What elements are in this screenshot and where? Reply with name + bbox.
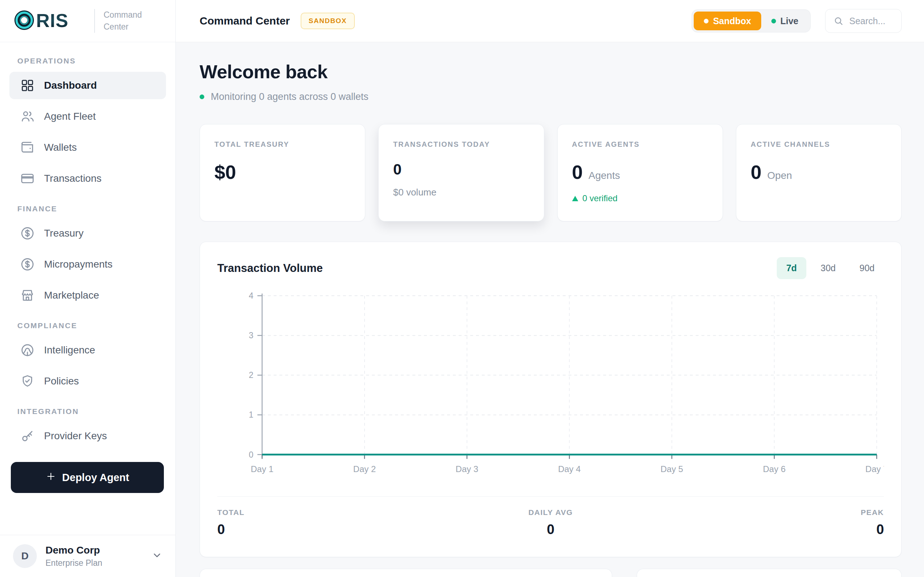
- welcome-status: Monitoring 0 agents across 0 wallets: [200, 91, 901, 102]
- sidebar-item-provider-keys[interactable]: Provider Keys: [10, 422, 166, 450]
- sidebar-item-policies[interactable]: Policies: [10, 367, 166, 395]
- stat-value: 0: [393, 161, 401, 178]
- env-option-label: Live: [780, 16, 798, 26]
- wallet-icon: [20, 140, 35, 155]
- svg-text:Day 3: Day 3: [456, 464, 478, 474]
- svg-text:Day 2: Day 2: [353, 464, 376, 474]
- stat-label: ACTIVE CHANNELS: [751, 140, 887, 148]
- nav-section-integration: INTEGRATIONProvider Keys: [10, 407, 166, 450]
- svg-text:Day 7: Day 7: [866, 464, 884, 474]
- svg-text:0: 0: [249, 450, 254, 459]
- sidebar-item-micropayments[interactable]: Micropayments: [10, 251, 166, 278]
- stat-card-transactions-today: TRANSACTIONS TODAY0$0 volume: [378, 124, 544, 221]
- chart-head: Transaction Volume 7d30d90d: [217, 257, 884, 279]
- chart-footer-peak: PEAK0: [662, 508, 884, 557]
- sidebar-item-label: Intelligence: [44, 344, 95, 356]
- plus-icon: [45, 471, 56, 484]
- logo-block: RIS Command Center: [0, 0, 175, 42]
- chart-footer-label: TOTAL: [217, 508, 439, 517]
- nav-section-label: INTEGRATION: [17, 407, 166, 416]
- deploy-agent-label: Deploy Agent: [62, 472, 129, 484]
- chart-footer-value: 0: [439, 522, 662, 537]
- sidebar-item-transactions[interactable]: Transactions: [10, 165, 166, 192]
- chart-svg: 01234Day 1Day 2Day 3Day 4Day 5Day 6Day 7: [217, 285, 884, 481]
- env-option-sandbox[interactable]: Sandbox: [694, 11, 761, 30]
- nav-section-label: FINANCE: [17, 205, 166, 213]
- chart-footer-label: DAILY AVG: [439, 508, 662, 517]
- range-tab-90d[interactable]: 90d: [850, 257, 884, 279]
- nav-section-label: OPERATIONS: [17, 56, 166, 65]
- dollar-circle-icon: [20, 257, 35, 272]
- oris-logo: RIS: [13, 8, 87, 34]
- stat-label: TRANSACTIONS TODAY: [393, 140, 529, 148]
- svg-text:4: 4: [249, 291, 254, 300]
- svg-text:3: 3: [249, 331, 254, 340]
- search-icon: [834, 16, 843, 26]
- stat-subtext: $0 volume: [393, 187, 529, 198]
- chart-footer-value: 0: [217, 522, 439, 537]
- account-text: Demo Corp Enterprise Plan: [45, 545, 152, 568]
- app-root: RIS Command Center OPERATIONSDashboardAg…: [0, 0, 924, 577]
- sidebar-item-wallets[interactable]: Wallets: [10, 134, 166, 161]
- account-switcher[interactable]: D Demo Corp Enterprise Plan: [0, 535, 175, 577]
- stat-suffix: Open: [767, 170, 792, 181]
- chart-footer-value: 0: [662, 522, 884, 537]
- range-tab-7d[interactable]: 7d: [777, 257, 806, 279]
- svg-text:2: 2: [249, 371, 254, 380]
- range-tabs: 7d30d90d: [777, 257, 884, 279]
- search-box[interactable]: [825, 9, 901, 33]
- sidebar-item-intelligence[interactable]: Intelligence: [10, 337, 166, 364]
- stat-value: 0: [751, 161, 762, 183]
- search-input[interactable]: [849, 16, 893, 26]
- sidebar-item-label: Marketplace: [44, 290, 99, 301]
- deploy-agent-button[interactable]: Deploy Agent: [11, 462, 164, 493]
- stat-card-active-agents: ACTIVE AGENTS0Agents0 verified: [557, 124, 723, 221]
- sidebar-item-dashboard[interactable]: Dashboard: [10, 72, 166, 99]
- sidebar-item-agent-fleet[interactable]: Agent Fleet: [10, 103, 166, 130]
- key-icon: [20, 429, 35, 443]
- sidebar-item-label: Treasury: [44, 227, 83, 239]
- stat-label: TOTAL TREASURY: [215, 140, 351, 148]
- sandbox-badge: SANDBOX: [300, 13, 355, 29]
- nav-section-compliance: COMPLIANCEIntelligencePolicies: [10, 321, 166, 395]
- partial-card-left: [200, 569, 612, 577]
- stat-label: ACTIVE AGENTS: [572, 140, 708, 148]
- account-name: Demo Corp: [45, 545, 152, 556]
- range-tab-30d[interactable]: 30d: [811, 257, 845, 279]
- stat-value: $0: [215, 161, 236, 183]
- chevron-down-icon[interactable]: [152, 550, 162, 562]
- stat-delta: 0 verified: [572, 193, 708, 203]
- env-dot-icon: [704, 19, 709, 23]
- below-fold-cards: [200, 569, 901, 577]
- chart-footer-daily-avg: DAILY AVG0: [439, 508, 662, 557]
- environment-toggle: SandboxLive: [691, 10, 811, 32]
- env-option-label: Sandbox: [713, 16, 751, 26]
- svg-text:Day 6: Day 6: [763, 464, 786, 474]
- dollar-circle-icon: [20, 226, 35, 240]
- svg-text:1: 1: [249, 410, 254, 419]
- sidebar-item-label: Micropayments: [44, 259, 113, 270]
- sidebar-item-label: Wallets: [44, 142, 77, 153]
- sidebar-item-label: Provider Keys: [44, 430, 107, 442]
- logo-subtitle: Command Center: [94, 9, 142, 33]
- sidebar: RIS Command Center OPERATIONSDashboardAg…: [0, 0, 176, 577]
- stat-value-row: 0Open: [751, 161, 887, 183]
- env-option-live[interactable]: Live: [761, 11, 809, 30]
- nav-section-finance: FINANCETreasuryMicropaymentsMarketplace: [10, 205, 166, 309]
- sidebar-item-label: Dashboard: [44, 80, 97, 91]
- svg-text:Day 1: Day 1: [251, 464, 274, 474]
- env-dot-icon: [771, 19, 776, 23]
- users-icon: [20, 109, 35, 124]
- status-text: Monitoring 0 agents across 0 wallets: [211, 91, 368, 102]
- header-right: SandboxLive: [691, 9, 901, 33]
- chart-title: Transaction Volume: [217, 262, 323, 275]
- main-content: Welcome back Monitoring 0 agents across …: [176, 42, 924, 577]
- credit-card-icon: [20, 171, 35, 186]
- account-plan: Enterprise Plan: [45, 558, 152, 568]
- stat-delta-label: 0 verified: [583, 193, 617, 203]
- sidebar-item-treasury[interactable]: Treasury: [10, 220, 166, 247]
- stat-value-row: 0Agents: [572, 161, 708, 183]
- transaction-volume-card: Transaction Volume 7d30d90d 01234Day 1Da…: [200, 242, 901, 557]
- status-dot-icon: [200, 95, 204, 99]
- sidebar-item-marketplace[interactable]: Marketplace: [10, 282, 166, 309]
